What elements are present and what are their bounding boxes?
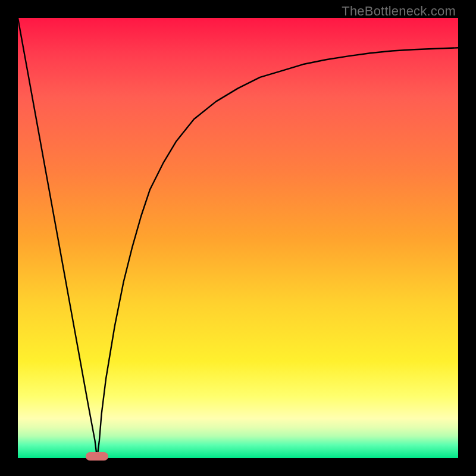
watermark-text: TheBottleneck.com: [342, 4, 456, 19]
plot-area: [18, 18, 458, 458]
optimum-marker: [86, 452, 108, 461]
curve-layer: [18, 18, 458, 458]
bottleneck-curve: [18, 18, 458, 458]
chart-frame: TheBottleneck.com: [0, 0, 476, 476]
